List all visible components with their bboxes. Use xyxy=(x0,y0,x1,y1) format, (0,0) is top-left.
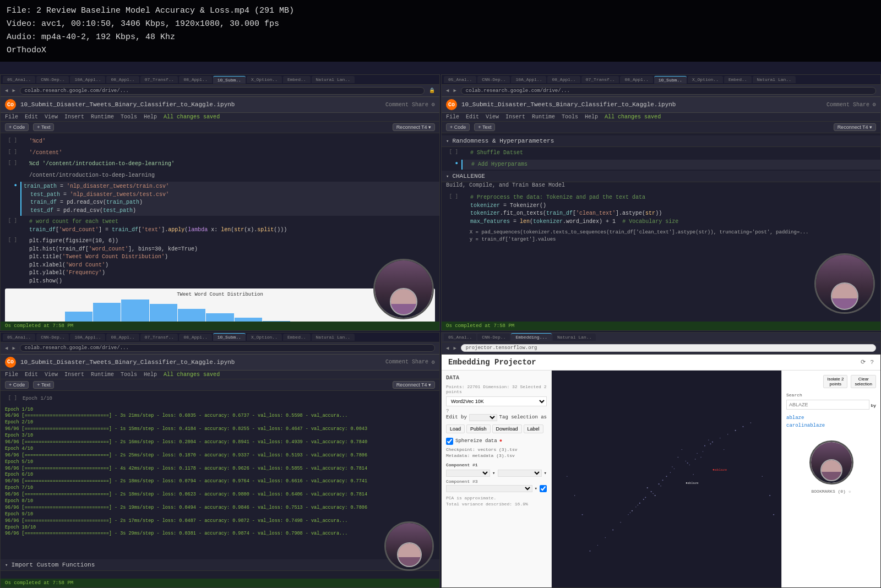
forward-icon-tr[interactable]: ▶ xyxy=(453,88,456,94)
menu-runtime[interactable]: Runtime xyxy=(91,114,114,120)
url-bar-tl[interactable]: colab.research.google.com/drive/... xyxy=(20,87,425,95)
menu-edit-tr[interactable]: Edit xyxy=(466,114,479,120)
comment-btn[interactable]: Comment xyxy=(385,102,409,108)
tr-tab-1[interactable]: 05_Anal.. xyxy=(444,76,476,83)
bl-tab-3[interactable]: 10A_Appl.. xyxy=(70,334,105,341)
text-btn-tr[interactable]: + Text xyxy=(474,123,495,131)
br-tab-3[interactable]: Natural Lan.. xyxy=(553,334,596,341)
br-tab-2[interactable]: CNN-Dep.. xyxy=(477,334,510,341)
cell-content-4[interactable]: train_path = 'nlp_disaster_tweets/train.… xyxy=(20,182,439,216)
search-result-1[interactable]: ablaze xyxy=(786,414,876,422)
isolate-btn[interactable]: Isolate 2points xyxy=(823,375,847,388)
code-btn-bl[interactable]: + Code xyxy=(5,381,29,389)
settings-icon-tr[interactable]: ⚙ xyxy=(873,101,876,108)
settings-icon-bl[interactable]: ⚙ xyxy=(432,359,435,366)
forward-icon-br[interactable]: ▶ xyxy=(453,345,456,351)
cell-content-1[interactable]: '%cd' xyxy=(20,137,439,147)
code-btn-tr[interactable]: + Code xyxy=(446,123,470,131)
reconnect-btn-tr[interactable]: Reconnect T4 ▾ xyxy=(834,123,876,131)
br-tab-embed[interactable]: Embedding... xyxy=(511,333,552,341)
forward-icon[interactable]: ▶ xyxy=(12,88,15,94)
component1-select[interactable] xyxy=(446,470,490,477)
load-btn[interactable]: Load xyxy=(446,424,465,433)
tr-tab-7[interactable]: 10_Subm.. xyxy=(654,76,687,84)
bl-tab-2[interactable]: CNN-Dep.. xyxy=(36,334,69,341)
text-btn-bl[interactable]: + Text xyxy=(33,381,54,389)
section-challenge[interactable]: ▾ CHALLENGE xyxy=(442,171,880,182)
tr-tab-2[interactable]: CNN-Dep.. xyxy=(477,76,510,83)
menu-view[interactable]: View xyxy=(45,114,58,120)
back-icon-tr[interactable]: ◀ xyxy=(446,88,449,94)
share-btn[interactable]: Share xyxy=(412,102,428,108)
tr-tab-3[interactable]: 10A_Appl.. xyxy=(511,76,546,83)
menu-file-tr[interactable]: File xyxy=(446,114,459,120)
search-result-2[interactable]: carolinablaze xyxy=(786,422,876,429)
bl-tab-10[interactable]: Natural Lan.. xyxy=(312,334,355,341)
settings-icon[interactable]: ⚙ xyxy=(432,101,435,108)
section-randomness[interactable]: ▾ Randomness & Hyperparameters xyxy=(442,135,880,147)
section-import[interactable]: ▾ Import Custom Functions xyxy=(1,559,439,571)
embed-help-icon[interactable]: ? xyxy=(870,359,874,366)
download-btn[interactable]: Download xyxy=(492,424,522,433)
tab-3[interactable]: 10A_Appl.. xyxy=(70,76,105,83)
menu-file-bl[interactable]: File xyxy=(5,372,18,378)
comment-btn-tr[interactable]: Comment xyxy=(826,102,850,108)
cell-content-2[interactable]: '/content' xyxy=(20,148,439,159)
cell-content-ps[interactable]: X = pad_sequences(tokenizer.texts_to_seq… xyxy=(461,228,880,244)
menu-edit-bl[interactable]: Edit xyxy=(25,372,38,378)
tr-tab-9[interactable]: Embed.. xyxy=(724,76,752,83)
tr-tab-4[interactable]: 08_Appl.. xyxy=(547,76,580,83)
bl-tab-9[interactable]: Embed.. xyxy=(283,334,311,341)
bl-tab-6[interactable]: 08_Appl.. xyxy=(179,334,211,341)
menu-insert-tr[interactable]: Insert xyxy=(505,114,525,120)
cell-content-3[interactable]: %cd '/content/introduction-to-deep-learn… xyxy=(20,159,439,170)
bookmarks-label[interactable]: BOOKMARKS (0) ☆ xyxy=(786,489,876,494)
tab-4[interactable]: 08_Appl.. xyxy=(106,76,139,83)
tab-6[interactable]: 08_Appl.. xyxy=(179,76,211,83)
text-btn[interactable]: + Text xyxy=(33,123,54,131)
component2-select[interactable] xyxy=(498,470,542,477)
component3-checkbox[interactable] xyxy=(540,485,547,492)
edit-by-select[interactable] xyxy=(469,414,497,421)
menu-runtime-tr[interactable]: Runtime xyxy=(532,114,555,120)
bl-tab-7[interactable]: 10_Subm.. xyxy=(213,333,246,341)
menu-help-bl[interactable]: Help xyxy=(144,372,157,378)
tab-5[interactable]: 07_Transf.. xyxy=(140,76,178,83)
code-btn[interactable]: + Code xyxy=(5,123,29,131)
bl-tab-8[interactable]: X_Option.. xyxy=(247,334,282,341)
tab-10[interactable]: Natural Lan.. xyxy=(312,76,355,83)
menu-insert-bl[interactable]: Insert xyxy=(64,372,84,378)
cell-content-pp[interactable]: # Preprocess the data: Tokenize and pad … xyxy=(461,193,880,227)
clear-btn[interactable]: Clearselection xyxy=(851,375,876,388)
label-btn[interactable]: Label xyxy=(524,424,543,433)
embed-refresh-icon[interactable]: ⟳ xyxy=(861,358,866,366)
back-icon[interactable]: ◀ xyxy=(5,88,8,94)
share-btn-bl[interactable]: Share xyxy=(412,359,428,365)
component3-select[interactable] xyxy=(446,485,532,492)
menu-tools-tr[interactable]: Tools xyxy=(562,114,578,120)
cell-content-shuffle[interactable]: # Shuffle Datset xyxy=(461,148,880,159)
forward-icon-bl[interactable]: ▶ xyxy=(12,345,15,351)
menu-runtime-bl[interactable]: Runtime xyxy=(91,372,114,378)
tab-2[interactable]: CNN-Dep.. xyxy=(36,76,69,83)
back-icon-br[interactable]: ◀ xyxy=(446,345,449,351)
tab-8[interactable]: X_Option.. xyxy=(247,76,282,83)
url-bar-tr[interactable]: colab.research.google.com/drive/... xyxy=(461,87,876,95)
menu-tools-bl[interactable]: Tools xyxy=(121,372,137,378)
cell-content-hp[interactable]: # Add Hyperparams xyxy=(461,160,880,170)
bl-tab-4[interactable]: 08_Appl.. xyxy=(106,334,139,341)
menu-insert[interactable]: Insert xyxy=(64,114,84,120)
search-input[interactable] xyxy=(786,400,869,410)
tr-tab-5[interactable]: 07_Transf.. xyxy=(581,76,619,83)
br-tab-1[interactable]: 05_Anal.. xyxy=(444,334,476,341)
cell-content-5[interactable]: # word count for each tweet train_df['wo… xyxy=(20,217,439,235)
url-bar-br[interactable]: projector.tensorflow.org xyxy=(461,344,876,352)
comment-btn-bl[interactable]: Comment xyxy=(385,359,409,365)
bl-tab-1[interactable]: 05_Anal.. xyxy=(3,334,35,341)
menu-view-bl[interactable]: View xyxy=(45,372,58,378)
tr-tab-6[interactable]: 08_Appl.. xyxy=(620,76,652,83)
menu-help-tr[interactable]: Help xyxy=(585,114,598,120)
bl-tab-5[interactable]: 07_Transf.. xyxy=(140,334,178,341)
share-btn-tr[interactable]: Share xyxy=(853,102,869,108)
url-bar-bl[interactable]: colab.research.google.com/drive/... xyxy=(20,344,435,352)
